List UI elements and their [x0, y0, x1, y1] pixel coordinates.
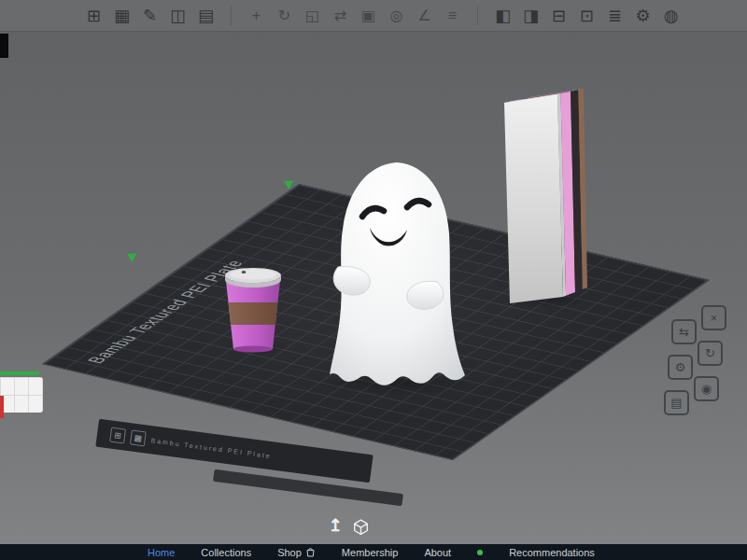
toolbar-separator	[231, 7, 232, 25]
nav-shop[interactable]: Shop	[277, 547, 316, 558]
files-plate-icon[interactable]: ▤	[664, 390, 689, 415]
settings-icon[interactable]: ⚙	[631, 4, 655, 27]
nav-home[interactable]: Home	[148, 547, 175, 558]
move-icon[interactable]: +	[245, 4, 268, 27]
draw-icon[interactable]: ✎	[138, 4, 162, 27]
list-icon[interactable]: ▤	[194, 4, 218, 27]
status-dot	[477, 550, 483, 555]
calibration-tower-model[interactable]	[495, 86, 592, 310]
nav-collections[interactable]: Collections	[201, 547, 251, 558]
nav-membership[interactable]: Membership	[342, 547, 399, 558]
cup-lid-top	[230, 269, 276, 280]
add-plate-icon[interactable]: ▦	[110, 4, 134, 27]
plate-apron-label: Bambu Textured PEI Plate	[150, 437, 272, 459]
lay-flat-icon[interactable]: ▣	[357, 4, 380, 27]
plate-grid-icon[interactable]: ▦	[130, 429, 147, 446]
cup-lid-hole	[242, 271, 247, 273]
axis-green-bar	[0, 371, 39, 375]
mirror-icon[interactable]: ⇄	[329, 4, 352, 27]
coffee-cup-model[interactable]	[224, 267, 286, 358]
orientation-cube-face	[0, 377, 43, 413]
cube-icon[interactable]	[351, 517, 370, 536]
swap-plate-icon[interactable]: ⇆	[671, 319, 697, 344]
top-toolbar: ⊞ ▦ ✎ ◫ ▤ + ↻ ◱ ⇄ ▣ ◎ ∠ ≡ ◧ ◨ ⊟ ⊡ ≣ ⚙ ◍	[0, 0, 747, 32]
add-model-icon[interactable]: ⊞	[82, 4, 106, 27]
axis-arrow-icon	[127, 249, 139, 261]
nav-about[interactable]: About	[424, 547, 451, 558]
card-icon[interactable]: ◫	[166, 4, 190, 27]
upload-icon[interactable]: ↥	[325, 515, 345, 536]
plate-type-icon[interactable]: ⊞	[109, 427, 126, 444]
axis-red-bar	[0, 396, 4, 418]
device-icon[interactable]: ⊟	[547, 4, 571, 27]
menu-icon[interactable]: ≣	[603, 4, 627, 27]
info-icon[interactable]: ◍	[659, 4, 683, 27]
preview-icon[interactable]: ◨	[519, 4, 543, 27]
nav-recommendations[interactable]: Recommendations	[509, 547, 595, 558]
scale-icon[interactable]: ◱	[301, 4, 324, 27]
angle-icon[interactable]: ∠	[413, 4, 436, 27]
project-icon[interactable]: ⊡	[575, 4, 599, 27]
ghost-model[interactable]	[310, 155, 469, 390]
cup-base	[233, 346, 273, 353]
bottom-nav: Home Collections Shop Membership About R…	[0, 544, 747, 560]
rotate-icon[interactable]: ↻	[273, 4, 296, 27]
tower-front-face	[504, 94, 563, 303]
toolbar-separator	[477, 7, 478, 25]
cup-band	[229, 302, 278, 325]
left-edge-marker	[0, 34, 8, 58]
cube-icon-glyph	[353, 519, 369, 535]
camera-plate-icon[interactable]: ◉	[694, 376, 719, 401]
delete-plate-icon[interactable]: ×	[701, 305, 726, 330]
shopping-bag-icon	[305, 547, 316, 557]
settings-plate-icon[interactable]: ⚙	[668, 355, 693, 380]
target-icon[interactable]: ◎	[385, 4, 408, 27]
orientation-widget[interactable]	[0, 370, 45, 420]
orient-plate-icon[interactable]: ↻	[698, 341, 723, 366]
layers-icon[interactable]: ≡	[441, 4, 464, 27]
split-icon[interactable]: ◧	[491, 4, 514, 27]
nav-shop-label: Shop	[277, 547, 302, 558]
